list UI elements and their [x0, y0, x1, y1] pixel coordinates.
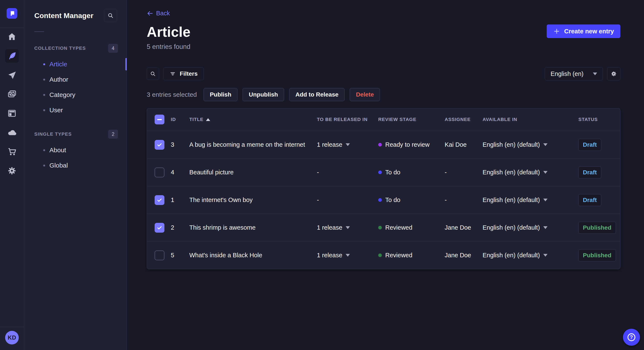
sidebar-item-user[interactable]: User: [24, 103, 126, 118]
cell-available-in[interactable]: English (en) (default): [481, 196, 577, 203]
row-checkbox[interactable]: [154, 195, 164, 205]
rail-item-content-type-builder[interactable]: [5, 107, 19, 120]
column-header-releases[interactable]: TO BE RELEASED IN: [315, 117, 376, 122]
column-header-available-in[interactable]: AVAILABLE IN: [481, 117, 577, 122]
column-header-id[interactable]: ID: [168, 117, 187, 122]
strapi-logo[interactable]: [6, 8, 17, 19]
images-icon: [7, 89, 17, 99]
row-checkbox[interactable]: [154, 140, 164, 150]
sidebar-item-label: Article: [50, 61, 67, 68]
chevron-down-icon: [543, 226, 548, 229]
select-all-checkbox[interactable]: [154, 115, 164, 124]
cell-review-stage: To do: [376, 169, 443, 176]
cell-id: 3: [168, 141, 187, 148]
cell-releases[interactable]: 1 release: [315, 224, 376, 231]
stage-dot-icon: [378, 171, 382, 174]
back-label: Back: [156, 10, 170, 17]
table-row[interactable]: 4 Beautiful picture - To do - English (e…: [147, 159, 620, 186]
rail-bottom-divider: [0, 327, 24, 327]
cell-status: Draft: [577, 139, 620, 151]
sidebar-item-about[interactable]: About: [24, 143, 126, 158]
entries-table: ID TITLE TO BE RELEASED IN REVIEW STAGE …: [147, 108, 620, 269]
rail-item-marketplace[interactable]: [5, 145, 19, 159]
cell-available-in[interactable]: English (en) (default): [481, 252, 577, 259]
unpublish-button[interactable]: Unpublish: [242, 88, 284, 101]
cloud-icon: [7, 128, 17, 137]
cell-assignee: Kai Doe: [443, 141, 481, 148]
collection-types-label: COLLECTION TYPES: [34, 45, 86, 51]
sidebar-item-label: Author: [50, 76, 68, 83]
cell-assignee: -: [443, 196, 481, 203]
cell-title: This shrimp is awesome: [187, 224, 315, 231]
cell-available-in[interactable]: English (en) (default): [481, 224, 577, 231]
status-badge: Draft: [578, 139, 601, 151]
cell-id: 1: [168, 196, 187, 203]
row-checkbox[interactable]: [154, 168, 164, 177]
create-new-entry-button[interactable]: Create new entry: [547, 24, 620, 38]
table-row[interactable]: 5 What's inside a Black Hole 1 release R…: [147, 241, 620, 269]
rail-item-content-manager[interactable]: [5, 49, 19, 63]
column-header-title[interactable]: TITLE: [187, 117, 315, 122]
bullet-icon: [43, 94, 45, 96]
back-link[interactable]: Back: [147, 0, 170, 17]
search-entries-button[interactable]: [147, 68, 159, 80]
gear-icon: [610, 71, 617, 77]
rail-item-releases[interactable]: [5, 68, 19, 82]
avatar[interactable]: KD: [5, 331, 19, 345]
help-icon: ?: [626, 332, 636, 342]
column-header-assignee[interactable]: ASSIGNEE: [443, 117, 481, 122]
filter-icon: [170, 71, 176, 77]
sidebar-item-label: Category: [50, 91, 76, 98]
cell-review-stage: Reviewed: [376, 252, 443, 259]
cell-id: 4: [168, 169, 187, 176]
status-badge: Draft: [578, 194, 601, 206]
cell-releases[interactable]: 1 release: [315, 141, 376, 148]
rail-item-settings[interactable]: [5, 164, 19, 177]
locale-select[interactable]: English (en): [545, 67, 603, 80]
chevron-down-icon: [543, 199, 548, 201]
cell-available-in[interactable]: English (en) (default): [481, 141, 577, 148]
rail-item-media-library[interactable]: [5, 87, 19, 101]
check-icon: [156, 197, 162, 203]
layout-icon: [7, 108, 17, 118]
search-icon: [107, 12, 114, 19]
delete-button[interactable]: Delete: [350, 88, 380, 101]
indeterminate-dash-icon: [157, 119, 162, 120]
stage-dot-icon: [378, 226, 382, 229]
add-to-release-button[interactable]: Add to Release: [289, 88, 344, 101]
row-checkbox[interactable]: [154, 223, 164, 233]
cell-status: Draft: [577, 194, 620, 206]
table-header-row: ID TITLE TO BE RELEASED IN REVIEW STAGE …: [147, 108, 620, 131]
rail-item-home[interactable]: [5, 30, 19, 44]
sidebar-item-label: User: [50, 107, 63, 114]
cell-releases[interactable]: -: [315, 169, 376, 176]
cell-title: Beautiful picture: [187, 169, 315, 176]
bullet-icon: [43, 109, 45, 111]
table-row[interactable]: 2 This shrimp is awesome 1 release Revie…: [147, 214, 620, 241]
sidebar-item-author[interactable]: Author: [24, 72, 126, 87]
column-header-status[interactable]: STATUS: [577, 117, 620, 122]
cell-available-in[interactable]: English (en) (default): [481, 169, 577, 176]
row-checkbox[interactable]: [154, 250, 164, 260]
checkbox-checked-state: [154, 223, 164, 233]
publish-button[interactable]: Publish: [204, 88, 238, 101]
filters-button[interactable]: Filters: [163, 67, 204, 80]
rail-item-deploy[interactable]: [5, 126, 19, 139]
sidebar-item-global[interactable]: Global: [24, 158, 126, 173]
cell-review-stage: To do: [376, 196, 443, 203]
sidebar-item-article[interactable]: Article: [24, 57, 126, 72]
sidebar-search-button[interactable]: [104, 9, 117, 22]
chevron-down-icon: [543, 171, 548, 174]
stage-dot-icon: [378, 143, 382, 147]
sidebar-item-category[interactable]: Category: [24, 87, 126, 103]
cell-releases[interactable]: 1 release: [315, 252, 376, 259]
main-content: Back Article 5 entries found Create new …: [127, 0, 644, 350]
cell-assignee: Jane Doe: [443, 224, 481, 231]
view-settings-button[interactable]: [607, 67, 620, 80]
table-row[interactable]: 1 The internet's Own boy - To do - Engli…: [147, 186, 620, 214]
table-row[interactable]: 3 A bug is becoming a meme on the intern…: [147, 131, 620, 159]
column-header-review-stage[interactable]: REVIEW STAGE: [376, 117, 443, 122]
chevron-down-icon: [543, 254, 548, 257]
help-button[interactable]: ?: [623, 329, 640, 346]
cell-releases[interactable]: -: [315, 196, 376, 203]
